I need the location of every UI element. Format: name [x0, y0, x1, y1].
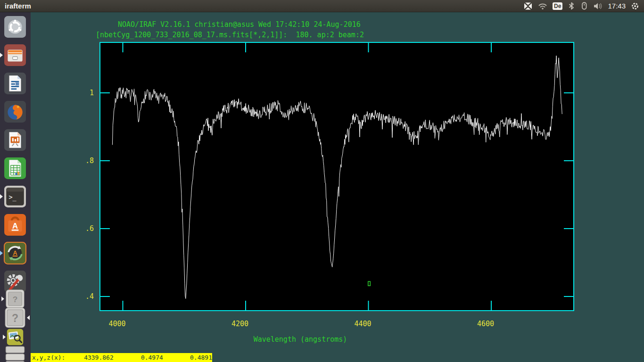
spectrum-plot-area[interactable]	[99, 42, 574, 311]
svg-text:A: A	[13, 250, 17, 256]
launcher-item-ubuntu-software-center[interactable]: A	[4, 214, 26, 236]
running-indicator-arrow	[0, 251, 3, 255]
svg-text:?: ?	[13, 295, 18, 304]
system-tray: De 17:43	[523, 2, 644, 10]
bluetooth-icon[interactable]	[568, 2, 575, 10]
running-indicator-arrow	[0, 53, 3, 58]
running-indicator-arrow	[1, 296, 4, 301]
svg-text:A: A	[12, 222, 18, 230]
x-tick-label: 4000	[108, 320, 125, 328]
svg-text:?: ?	[12, 312, 18, 324]
launcher-item-libreoffice-impress[interactable]	[4, 129, 26, 151]
y-tick-label: .8	[73, 156, 94, 165]
plot-subtitle: [nbetCyg_1200_733_2016_08_17.ms.fits[*,2…	[96, 31, 364, 39]
x-tick-label: 4200	[231, 320, 248, 328]
volume-icon[interactable]	[593, 2, 603, 10]
launcher-item-software-updater[interactable]: A	[4, 242, 26, 264]
top-panel: irafterm De 17:43	[0, 0, 644, 12]
window-title: irafterm	[5, 2, 31, 10]
running-indicator-arrow	[0, 194, 3, 199]
launcher-item-libreoffice-writer[interactable]	[4, 72, 26, 95]
keyboard-layout-label: De	[553, 2, 562, 10]
focused-indicator-arrow	[27, 315, 30, 320]
x-axis-title: Wavelength (angstroms)	[254, 335, 347, 344]
readout-label: x,y,z(x):	[31, 353, 65, 362]
x-tick-label: 4400	[354, 320, 371, 328]
launcher-item-unknown-window-1[interactable]: ?	[5, 289, 25, 309]
y-tick-label: .6	[73, 224, 94, 233]
readout-z-value: 0.4891	[163, 353, 212, 362]
x-tick-label: 4600	[477, 320, 494, 328]
readout-x-value: 4339.862	[65, 353, 113, 362]
y-tick-label: 1	[73, 89, 94, 97]
keyboard-layout-indicator[interactable]: De	[553, 2, 562, 10]
plot-title: NOAO/IRAF V2.16.1 christian@asus Wed 17:…	[118, 20, 361, 29]
session-gear-icon[interactable]	[631, 2, 639, 10]
battery-icon[interactable]	[580, 2, 588, 10]
launcher-item-libreoffice-calc[interactable]	[4, 157, 26, 180]
x-indicator-icon[interactable]	[523, 2, 533, 10]
svg-text:>_: >_	[8, 193, 17, 201]
launcher-item-firefox[interactable]	[4, 100, 26, 123]
launcher-item-dash-home[interactable]	[4, 16, 26, 38]
launcher-item-files[interactable]	[4, 44, 26, 66]
readout-y-value: 0.4974	[114, 353, 163, 362]
y-tick-label: .4	[73, 292, 94, 301]
clock[interactable]: 17:43	[608, 2, 626, 10]
wifi-icon[interactable]	[538, 2, 547, 10]
unity-launcher: >_AA??	[0, 12, 31, 362]
launcher-item-terminal[interactable]: >_	[4, 185, 26, 208]
cursor-readout-bar: x,y,z(x): 4339.862 0.4974 0.4891	[31, 353, 212, 362]
launcher-item-image-viewer[interactable]	[7, 329, 24, 346]
launcher-item-unknown-window-2[interactable]: ?	[4, 307, 26, 329]
launcher-item-window-stack[interactable]	[4, 346, 26, 362]
running-indicator-arrow	[3, 335, 6, 339]
irafterm-graphics-window: NOAO/IRAF V2.16.1 christian@asus Wed 17:…	[31, 12, 644, 362]
